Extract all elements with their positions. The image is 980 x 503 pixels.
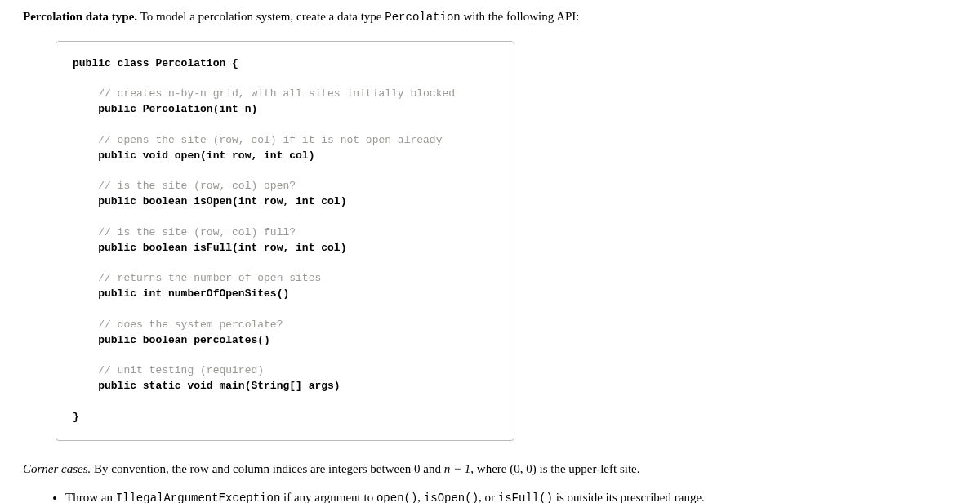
code-comment: // creates n-by-n grid, with all sites i… bbox=[73, 87, 455, 100]
code-class-close: } bbox=[73, 411, 79, 423]
corner-text: By convention, the row and column indice… bbox=[91, 462, 443, 475]
code-method: isOpen() bbox=[424, 492, 479, 503]
code-comment: // returns the number of open sites bbox=[73, 272, 321, 284]
code-comment: // opens the site (row, col) if it is no… bbox=[73, 134, 442, 146]
corner-cases-para: Corner cases. By convention, the row and… bbox=[23, 461, 957, 478]
heading-text: To model a percolation system, create a … bbox=[137, 10, 385, 23]
code-signature: public int numberOfOpenSites() bbox=[73, 287, 289, 300]
heading-tail: with the following API: bbox=[461, 10, 580, 23]
corner-n: n − 1 bbox=[444, 462, 471, 475]
code-signature: public boolean isOpen(int row, int col) bbox=[73, 195, 346, 207]
heading-code: Percolation bbox=[385, 11, 460, 24]
corner-text-b: , where (0, 0) is the upper-left site. bbox=[470, 462, 639, 475]
code-signature: public Percolation(int n) bbox=[73, 103, 257, 115]
code-comment: // is the site (row, col) open? bbox=[73, 180, 296, 192]
code-method: open() bbox=[376, 492, 417, 503]
section-heading: Percolation data type. To model a percol… bbox=[23, 8, 957, 26]
code-signature: public static void main(String[] args) bbox=[73, 380, 341, 392]
code-signature: public boolean percolates() bbox=[73, 334, 270, 346]
code-exception: IllegalArgumentException bbox=[116, 492, 281, 503]
api-code-block: public class Percolation { // creates n-… bbox=[56, 41, 514, 441]
corner-cases-list: Throw an IllegalArgumentException if any… bbox=[23, 489, 957, 503]
code-comment: // is the site (row, col) full? bbox=[73, 226, 296, 238]
corner-cases-label: Corner cases. bbox=[23, 462, 91, 475]
heading-bold: Percolation data type. bbox=[23, 10, 137, 23]
code-signature: public void open(int row, int col) bbox=[73, 149, 314, 162]
code-comment: // unit testing (required) bbox=[73, 364, 264, 376]
code-signature: public boolean isFull(int row, int col) bbox=[73, 242, 346, 254]
list-item: Throw an IllegalArgumentException if any… bbox=[65, 489, 957, 503]
code-class-open: public class Percolation { bbox=[73, 57, 238, 69]
code-method: isFull() bbox=[498, 492, 553, 503]
code-comment: // does the system percolate? bbox=[73, 318, 283, 331]
